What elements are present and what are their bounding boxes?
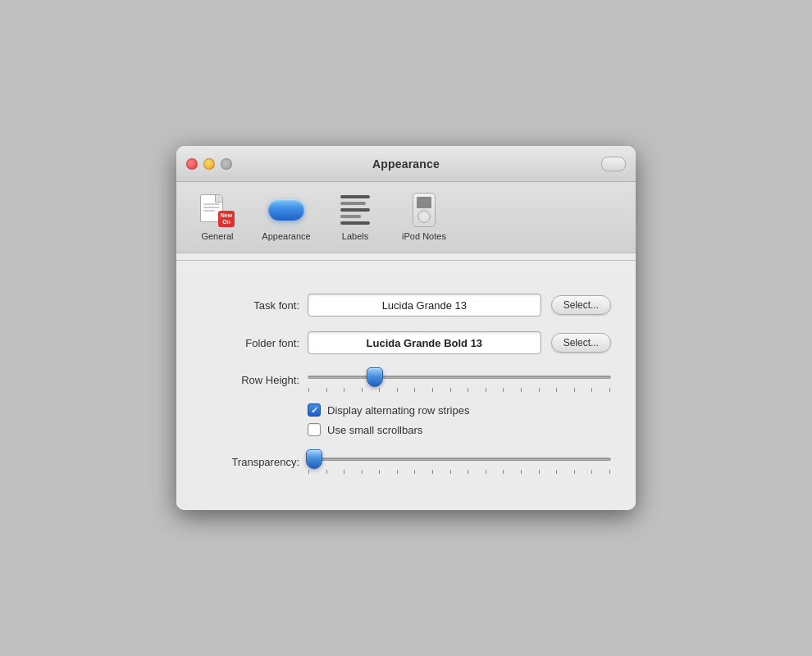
transparency-label: Transparency: <box>201 451 299 468</box>
content-area: Task font: Lucida Grande 13 Select... Fo… <box>176 274 636 510</box>
row-height-ticks <box>308 385 611 392</box>
toolbar-divider <box>176 260 636 261</box>
small-scrollbars-checkbox[interactable] <box>308 423 321 436</box>
maximize-button[interactable] <box>221 158 232 170</box>
transparency-slider-container <box>308 451 611 474</box>
collapse-button[interactable] <box>601 157 626 171</box>
task-font-value: Lucida Grande 13 <box>382 299 467 312</box>
folder-font-select-button[interactable]: Select... <box>551 333 611 353</box>
main-window: Appearance NewOn <box>176 146 636 510</box>
folder-font-field[interactable]: Lucida Grande Bold 13 <box>308 331 541 354</box>
close-button[interactable] <box>186 158 198 170</box>
appearance-pill <box>268 199 304 221</box>
folder-font-label: Folder font: <box>201 337 299 349</box>
task-font-field[interactable]: Lucida Grande 13 <box>308 294 541 317</box>
minimize-button[interactable] <box>203 158 215 170</box>
toolbar-appearance-label: Appearance <box>262 231 310 241</box>
folder-font-value: Lucida Grande Bold 13 <box>367 337 483 349</box>
transparency-track <box>308 458 611 461</box>
row-height-track <box>308 376 611 379</box>
window-title: Appearance <box>372 157 440 171</box>
alternating-stripes-row: Display alternating row stripes <box>308 403 611 417</box>
toolbar-item-general[interactable]: NewOn General <box>185 189 250 244</box>
row-height-thumb[interactable] <box>367 367 383 387</box>
file-badge: NewOn <box>218 211 235 227</box>
title-bar-right <box>601 157 626 171</box>
toolbar: NewOn General Appearance <box>176 182 636 253</box>
row-height-track-wrap <box>308 369 611 385</box>
ipod-notes-icon <box>406 192 442 228</box>
task-font-row: Task font: Lucida Grande 13 Select... <box>201 294 611 317</box>
row-height-row: Row Height: <box>201 369 611 392</box>
ipod-shape <box>413 193 436 227</box>
toolbar-general-label: General <box>201 231 233 241</box>
general-icon: NewOn <box>199 192 235 228</box>
alternating-stripes-label: Display alternating row stripes <box>327 404 469 417</box>
transparency-ticks <box>308 467 611 474</box>
folder-font-row: Folder font: Lucida Grande Bold 13 Selec… <box>201 331 611 354</box>
title-bar: Appearance <box>176 146 636 182</box>
task-font-select-button[interactable]: Select... <box>551 295 611 315</box>
small-scrollbars-label: Use small scrollbars <box>327 424 422 436</box>
alternating-stripes-checkbox[interactable] <box>308 403 321 417</box>
toolbar-item-appearance[interactable]: Appearance <box>253 189 319 244</box>
traffic-lights <box>186 158 232 170</box>
transparency-row: Transparency: <box>201 451 611 474</box>
small-scrollbars-row: Use small scrollbars <box>308 423 611 436</box>
toolbar-ipod-label: iPod Notes <box>402 231 446 241</box>
row-height-label: Row Height: <box>201 369 299 386</box>
toolbar-labels-label: Labels <box>342 231 368 241</box>
row-height-slider-container <box>308 369 611 392</box>
task-font-label: Task font: <box>201 299 299 312</box>
checkbox-section: Display alternating row stripes Use smal… <box>308 403 611 436</box>
transparency-track-wrap <box>308 451 611 467</box>
labels-icon <box>337 192 373 228</box>
toolbar-item-labels[interactable]: Labels <box>322 189 388 244</box>
toolbar-item-ipod-notes[interactable]: iPod Notes <box>391 189 457 244</box>
transparency-thumb[interactable] <box>306 449 322 469</box>
appearance-icon <box>268 192 304 228</box>
